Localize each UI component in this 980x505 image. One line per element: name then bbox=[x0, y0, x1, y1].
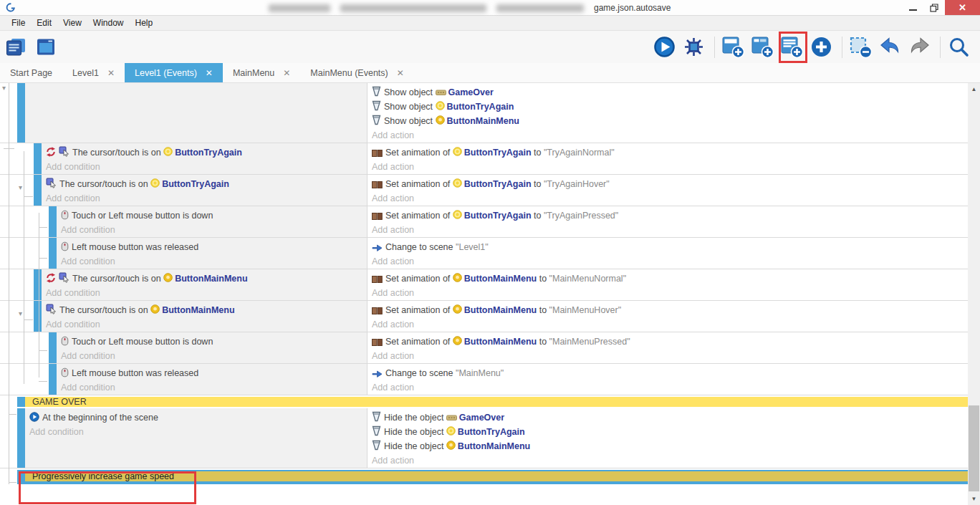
collapse-expander-icon[interactable]: ▾ bbox=[19, 184, 22, 191]
add-action-link[interactable]: Add action bbox=[372, 349, 968, 363]
add-action-link[interactable]: Add action bbox=[372, 223, 968, 237]
event-selection-bar[interactable] bbox=[17, 83, 25, 143]
add-condition-link[interactable]: Add condition bbox=[29, 425, 367, 439]
undo-button[interactable] bbox=[878, 34, 904, 61]
add-action-link[interactable]: Add action bbox=[372, 380, 968, 395]
actions-cell[interactable]: Show object GameOverShow object ButtonTr… bbox=[367, 83, 968, 143]
add-action-link[interactable]: Add action bbox=[372, 317, 968, 332]
collapse-expander-icon[interactable]: ▾ bbox=[2, 85, 6, 92]
add-subevent-button[interactable] bbox=[751, 34, 777, 61]
action-line[interactable]: Change to scene "MainMenu" bbox=[372, 366, 968, 380]
conditions-cell[interactable]: The cursor/touch is on ButtonMainMenuAdd… bbox=[42, 301, 367, 332]
condition-line[interactable]: The cursor/touch is on ButtonTryAgain bbox=[46, 177, 367, 191]
actions-cell[interactable]: Change to scene "Level1"Add action bbox=[367, 238, 968, 269]
action-line[interactable]: Change to scene "Level1" bbox=[372, 240, 968, 254]
action-line[interactable]: Set animation of ButtonTryAgain to "TryA… bbox=[372, 145, 968, 160]
delete-event-button[interactable] bbox=[849, 34, 875, 61]
actions-cell[interactable]: Change to scene "MainMenu"Add action bbox=[367, 364, 968, 395]
search-button[interactable] bbox=[947, 34, 973, 61]
comment-row[interactable]: GAME OVER bbox=[0, 397, 968, 407]
menu-item-view[interactable]: View bbox=[57, 18, 87, 28]
add-condition-link[interactable]: Add condition bbox=[46, 286, 367, 300]
event-selection-bar[interactable] bbox=[17, 397, 25, 407]
actions-cell[interactable]: Set animation of ButtonTryAgain to "TryA… bbox=[367, 175, 968, 206]
actions-cell[interactable]: Set animation of ButtonTryAgain to "TryA… bbox=[367, 143, 968, 174]
conditions-cell[interactable]: At the beginning of the sceneAdd conditi… bbox=[25, 408, 367, 468]
tab-mainmenu[interactable]: MainMenu✕ bbox=[223, 63, 300, 82]
add-condition-link[interactable]: Add condition bbox=[61, 254, 367, 269]
action-line[interactable]: Show object GameOver bbox=[372, 85, 968, 100]
comment-body[interactable]: Progressively increase game speed bbox=[25, 470, 968, 484]
minimize-button[interactable] bbox=[902, 0, 923, 15]
add-condition-link[interactable]: Add condition bbox=[61, 380, 367, 395]
action-line[interactable]: Set animation of ButtonMainMenu to "Main… bbox=[372, 335, 968, 349]
event-selection-bar[interactable] bbox=[49, 332, 57, 363]
add-action-link[interactable]: Add action bbox=[372, 453, 968, 468]
comment-row[interactable]: Progressively increase game speed bbox=[0, 470, 968, 484]
add-event-button[interactable] bbox=[721, 34, 747, 61]
actions-cell[interactable]: Set animation of ButtonMainMenu to "Main… bbox=[367, 301, 968, 332]
scrollbar-thumb[interactable] bbox=[969, 405, 979, 491]
actions-cell[interactable]: Set animation of ButtonMainMenu to "Main… bbox=[367, 269, 968, 300]
add-action-link[interactable]: Add action bbox=[372, 160, 968, 174]
add-condition-link[interactable]: Add condition bbox=[61, 349, 367, 363]
add-action-link[interactable]: Add action bbox=[372, 254, 968, 269]
tab-close-icon[interactable]: ✕ bbox=[283, 68, 290, 78]
close-button[interactable]: ✕ bbox=[945, 0, 980, 15]
start-page-button[interactable] bbox=[34, 34, 60, 61]
conditions-cell[interactable]: Left mouse button was releasedAdd condit… bbox=[57, 238, 367, 269]
condition-line[interactable]: The cursor/touch is on ButtonTryAgain bbox=[46, 145, 367, 160]
action-line[interactable]: Show object ButtonMainMenu bbox=[372, 114, 968, 128]
condition-line[interactable]: The cursor/touch is on ButtonMainMenu bbox=[46, 303, 367, 317]
action-line[interactable]: Hide the object ButtonMainMenu bbox=[372, 439, 968, 453]
restore-button[interactable] bbox=[923, 0, 945, 15]
add-action-link[interactable]: Add action bbox=[372, 128, 968, 143]
redo-button[interactable] bbox=[908, 34, 933, 61]
menu-item-file[interactable]: File bbox=[6, 18, 31, 28]
conditions-cell[interactable] bbox=[25, 83, 367, 143]
project-manager-button[interactable] bbox=[4, 34, 30, 61]
scroll-up-icon[interactable]: ▲ bbox=[968, 83, 980, 95]
collapse-expander-icon[interactable]: ▾ bbox=[19, 310, 22, 317]
event-selection-bar[interactable] bbox=[34, 143, 42, 174]
scroll-down-icon[interactable]: ▼ bbox=[968, 493, 980, 505]
conditions-cell[interactable]: The cursor/touch is on ButtonTryAgainAdd… bbox=[42, 143, 367, 174]
actions-cell[interactable]: Set animation of ButtonMainMenu to "Main… bbox=[367, 332, 968, 363]
event-selection-bar[interactable] bbox=[34, 269, 42, 300]
action-line[interactable]: Set animation of ButtonMainMenu to "Main… bbox=[372, 271, 968, 286]
add-action-link[interactable]: Add action bbox=[372, 286, 968, 300]
event-selection-bar[interactable] bbox=[49, 364, 57, 395]
menu-item-edit[interactable]: Edit bbox=[31, 18, 57, 28]
action-line[interactable]: Hide the object ButtonTryAgain bbox=[372, 425, 968, 439]
conditions-cell[interactable]: Touch or Left mouse button is downAdd co… bbox=[57, 206, 367, 237]
add-comment-button[interactable] bbox=[780, 34, 806, 61]
event-selection-bar[interactable] bbox=[49, 238, 57, 269]
tab-close-icon[interactable]: ✕ bbox=[107, 68, 115, 78]
condition-line[interactable]: At the beginning of the scene bbox=[29, 410, 367, 425]
tab-start-page[interactable]: Start Page bbox=[0, 63, 62, 82]
add-condition-link[interactable]: Add condition bbox=[46, 191, 367, 206]
event-selection-bar[interactable] bbox=[34, 175, 42, 206]
menu-item-window[interactable]: Window bbox=[87, 18, 130, 28]
add-condition-link[interactable]: Add condition bbox=[61, 223, 367, 237]
condition-line[interactable]: Touch or Left mouse button is down bbox=[61, 208, 367, 223]
actions-cell[interactable]: Set animation of ButtonTryAgain to "TryA… bbox=[367, 206, 968, 237]
add-more-button[interactable] bbox=[810, 34, 835, 61]
preview-button[interactable] bbox=[653, 34, 678, 61]
condition-line[interactable]: Left mouse button was released bbox=[61, 240, 367, 254]
add-condition-link[interactable]: Add condition bbox=[46, 317, 367, 332]
action-line[interactable]: Set animation of ButtonMainMenu to "Main… bbox=[372, 303, 968, 317]
debug-button[interactable] bbox=[682, 34, 708, 61]
action-line[interactable]: Set animation of ButtonTryAgain to "TryA… bbox=[372, 177, 968, 191]
conditions-cell[interactable]: The cursor/touch is on ButtonMainMenuAdd… bbox=[42, 269, 367, 300]
vertical-scrollbar[interactable]: ▲ ▼ bbox=[968, 83, 980, 505]
action-line[interactable]: Set animation of ButtonTryAgain to "TryA… bbox=[372, 208, 968, 223]
action-line[interactable]: Hide the object GameOver bbox=[372, 410, 968, 425]
conditions-cell[interactable]: Left mouse button was releasedAdd condit… bbox=[57, 364, 367, 395]
tab-level1[interactable]: Level1✕ bbox=[62, 63, 125, 82]
condition-line[interactable]: Touch or Left mouse button is down bbox=[61, 335, 367, 349]
condition-line[interactable]: Left mouse button was released bbox=[61, 366, 367, 380]
condition-line[interactable]: The cursor/touch is on ButtonMainMenu bbox=[46, 271, 367, 286]
event-selection-bar[interactable] bbox=[49, 206, 57, 237]
tab-level1-events-[interactable]: Level1 (Events)✕ bbox=[125, 63, 223, 82]
